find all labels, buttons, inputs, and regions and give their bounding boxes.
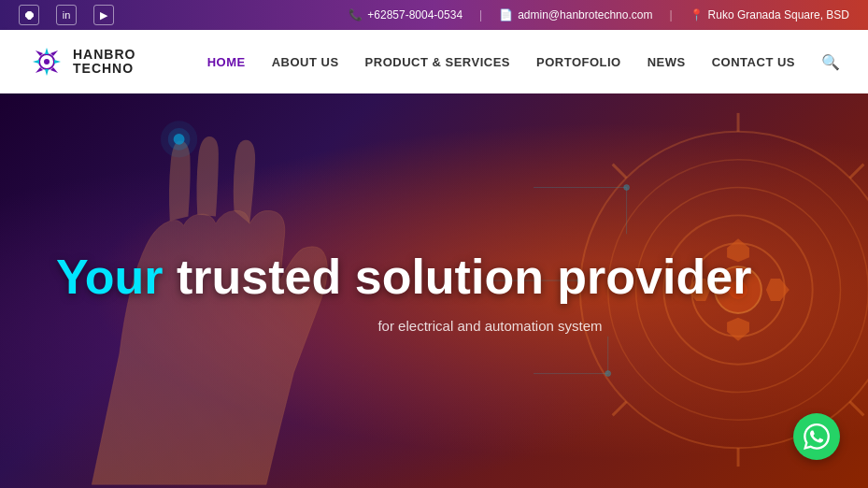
nav-link-news[interactable]: NEWS bbox=[647, 55, 686, 69]
location-icon: 📍 bbox=[690, 8, 704, 22]
nav-search[interactable]: 🔍 bbox=[821, 53, 840, 71]
nav-item-contact[interactable]: CONTACT US bbox=[712, 53, 795, 70]
whatsapp-float-button[interactable] bbox=[793, 413, 840, 460]
email-info: 📄 admin@hanbrotechno.com bbox=[499, 8, 652, 22]
address-text: Ruko Granada Square, BSD bbox=[708, 8, 849, 22]
hero-title-highlight: Your bbox=[56, 250, 164, 304]
logo-icon bbox=[28, 43, 65, 80]
address-info: 📍 Ruko Granada Square, BSD bbox=[690, 8, 849, 22]
nav-item-about[interactable]: ABOUT US bbox=[272, 53, 339, 70]
hero-subtitle: for electrical and automation system bbox=[168, 318, 812, 334]
logo-text: HANBRO TECHNO bbox=[73, 48, 135, 77]
nav-link-home[interactable]: HOME bbox=[207, 55, 246, 69]
nav-item-portfolio[interactable]: PORTOFOLIO bbox=[536, 53, 621, 70]
whatsapp-social-icon[interactable]: ⯃ bbox=[19, 5, 39, 25]
phone-number: +62857-8004-0534 bbox=[367, 8, 462, 22]
nav-item-home[interactable]: HOME bbox=[207, 53, 246, 70]
email-icon: 📄 bbox=[499, 8, 513, 22]
nav-link-products[interactable]: PRODUCT & SERVICES bbox=[365, 55, 510, 69]
nav-link-portfolio[interactable]: PORTOFOLIO bbox=[536, 55, 621, 69]
linkedin-social-icon[interactable]: in bbox=[56, 5, 77, 25]
search-icon[interactable]: 🔍 bbox=[821, 54, 840, 70]
hero-title: Your trusted solution provider bbox=[56, 248, 812, 306]
hero-title-rest: trusted solution provider bbox=[164, 250, 752, 304]
hero-section: Your trusted solution provider for elect… bbox=[0, 93, 868, 488]
hero-content: Your trusted solution provider for elect… bbox=[0, 93, 868, 488]
nav-links: HOME ABOUT US PRODUCT & SERVICES PORTOFO… bbox=[207, 53, 840, 71]
navbar: HANBRO TECHNO HOME ABOUT US PRODUCT & SE… bbox=[0, 30, 868, 93]
nav-item-products[interactable]: PRODUCT & SERVICES bbox=[365, 53, 510, 70]
separator-1: | bbox=[479, 8, 482, 22]
separator-2: | bbox=[669, 8, 672, 22]
phone-icon: 📞 bbox=[349, 8, 363, 22]
nav-item-news[interactable]: NEWS bbox=[647, 53, 686, 70]
whatsapp-icon bbox=[804, 423, 830, 450]
top-bar: ⯃ in ▶ 📞 +62857-8004-0534 | 📄 admin@hanb… bbox=[0, 0, 868, 30]
svg-point-1 bbox=[44, 59, 50, 65]
logo[interactable]: HANBRO TECHNO bbox=[28, 43, 135, 80]
phone-info: 📞 +62857-8004-0534 bbox=[349, 8, 462, 22]
nav-link-contact[interactable]: CONTACT US bbox=[712, 55, 795, 69]
email-address: admin@hanbrotechno.com bbox=[518, 8, 652, 22]
nav-link-about[interactable]: ABOUT US bbox=[272, 55, 339, 69]
youtube-social-icon[interactable]: ▶ bbox=[93, 5, 114, 25]
